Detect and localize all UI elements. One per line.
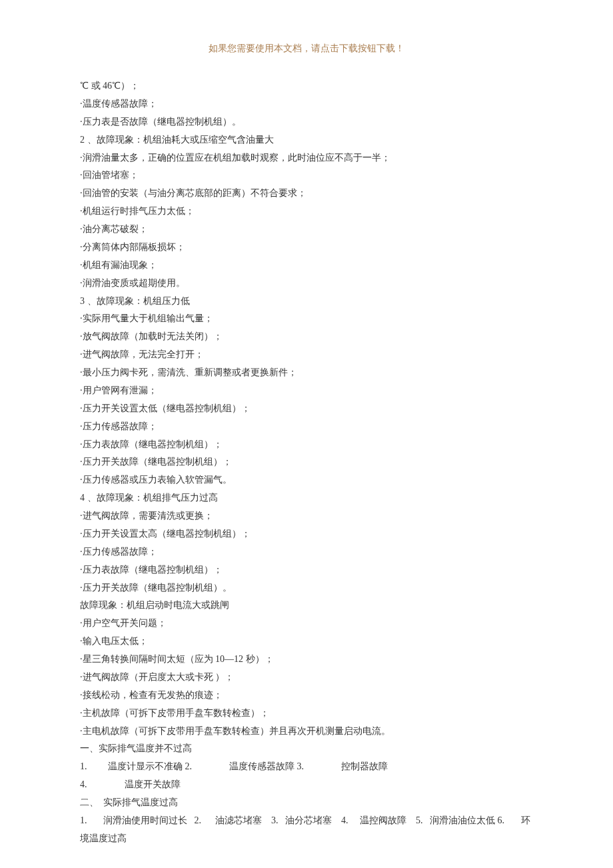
text-line: 1. 润滑油使用时间过长 2. 油滤芯堵塞 3. 油分芯堵塞 4. 温控阀故障 …: [80, 812, 533, 848]
text-line: ·机组有漏油现象；: [80, 257, 533, 275]
text-line: ·压力开关设置太高（继电器控制机组）；: [80, 525, 533, 543]
text-line: ·压力传感器故障；: [80, 543, 533, 561]
text-line: ·润滑油变质或超期使用。: [80, 275, 533, 293]
document-body: ℃ 或 46℃）；·温度传感器故障；·压力表是否故障（继电器控制机组）。2 、故…: [80, 77, 533, 848]
text-line: ·压力开关故障（继电器控制机组）；: [80, 453, 533, 471]
text-line: ·压力表故障（继电器控制机组）；: [80, 561, 533, 579]
text-line: 一、实际排气温度并不过高: [80, 740, 533, 758]
text-line: ·进气阀故障，无法完全打开；: [80, 346, 533, 364]
text-line: ·回油管的安装（与油分离芯底部的距离）不符合要求；: [80, 185, 533, 203]
text-line: 2 、故障现象：机组油耗大或压缩空气含油量大: [80, 131, 533, 149]
text-line: ·最小压力阀卡死，需清洗、重新调整或者更换新件；: [80, 364, 533, 382]
text-line: ·压力表故障（继电器控制机组）；: [80, 436, 533, 454]
text-line: ·润滑油量太多，正确的位置应在机组加载时观察，此时油位应不高于一半；: [80, 149, 533, 167]
text-line: ·压力传感器故障；: [80, 418, 533, 436]
text-line: ·回油管堵塞；: [80, 167, 533, 185]
text-line: ·进气阀故障（开启度太大或卡死 ）；: [80, 669, 533, 687]
text-line: ·主电机故障（可拆下皮带用手盘车数转检查）并且再次开机测量启动电流。: [80, 723, 533, 741]
text-line: ·用户空气开关问题；: [80, 615, 533, 633]
text-line: ·温度传感器故障；: [80, 95, 533, 113]
text-line: 二、 实际排气温度过高: [80, 794, 533, 812]
text-line: ·压力表是否故障（继电器控制机组）。: [80, 113, 533, 131]
text-line: ·输入电压太低；: [80, 633, 533, 651]
text-line: 3 、故障现象：机组压力低: [80, 293, 533, 311]
text-line: 4 、故障现象：机组排气压力过高: [80, 489, 533, 507]
text-line: ·压力传感器或压力表输入软管漏气。: [80, 471, 533, 489]
text-line: ℃ 或 46℃）；: [80, 77, 533, 95]
text-line: ·分离筒体内部隔板损坏；: [80, 239, 533, 257]
text-line: ·接线松动，检查有无发热的痕迹；: [80, 687, 533, 705]
text-line: ·机组运行时排气压力太低；: [80, 203, 533, 221]
text-line: ·压力开关故障（继电器控制机组）。: [80, 579, 533, 597]
text-line: 故障现象：机组启动时电流大或跳闸: [80, 597, 533, 615]
text-line: ·用户管网有泄漏；: [80, 382, 533, 400]
document-page: 如果您需要使用本文档，请点击下载按钮下载！ ℃ 或 46℃）；·温度传感器故障；…: [0, 0, 613, 868]
document-header: 如果您需要使用本文档，请点击下载按钮下载！: [80, 43, 533, 55]
text-line: ·星三角转换间隔时间太短（应为 10—12 秒）；: [80, 651, 533, 669]
text-line: 1. 温度计显示不准确 2. 温度传感器故障 3. 控制器故障: [80, 758, 533, 776]
text-line: ·进气阀故障，需要清洗或更换；: [80, 507, 533, 525]
text-line: ·油分离芯破裂；: [80, 221, 533, 239]
text-line: 4. 温度开关故障: [80, 776, 533, 794]
text-line: ·放气阀故障（加载时无法关闭）；: [80, 328, 533, 346]
text-line: ·实际用气量大于机组输出气量；: [80, 310, 533, 328]
text-line: ·压力开关设置太低（继电器控制机组）；: [80, 400, 533, 418]
text-line: ·主机故障（可拆下皮带用手盘车数转检查）；: [80, 705, 533, 723]
